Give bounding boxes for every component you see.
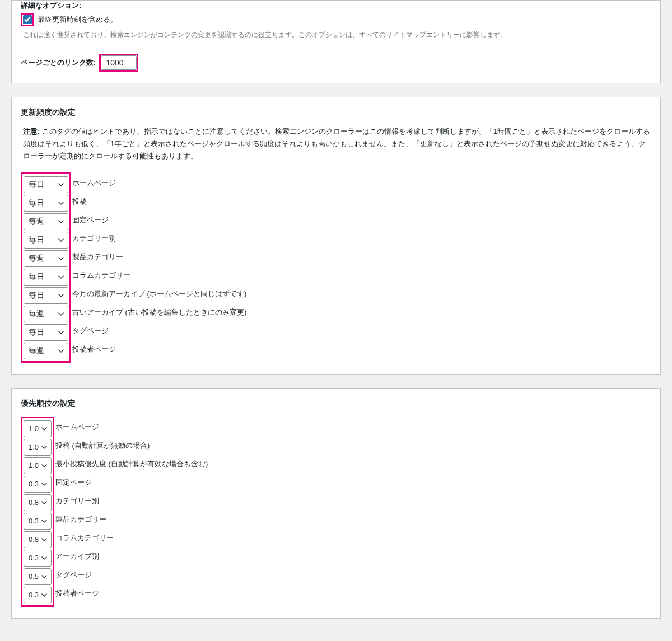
priority-select-6[interactable]: 0.8 [24,531,52,548]
frequency-select-value: 毎週 [29,254,44,264]
frequency-select-5[interactable]: 毎日 [24,269,68,286]
frequency-row-label: 古いアーカイブ (古い投稿を編集したときにのみ変更) [72,307,246,317]
frequency-select-value: 毎日 [29,235,44,245]
frequency-row-label: 投稿 [72,196,87,207]
priority-select-0[interactable]: 1.0 [24,420,52,437]
frequency-select-1[interactable]: 毎日 [24,195,68,212]
frequency-select-4[interactable]: 毎週 [24,250,68,267]
priority-select-value: 0.8 [29,535,39,544]
priority-select-value: 0.3 [29,591,39,599]
priority-select-2[interactable]: 1.0 [24,457,52,474]
highlight-box-priority: 1.01.01.00.30.80.30.80.30.50.3 [21,417,54,607]
frequency-row-label: 今月の最新アーカイブ (ホームページと同じはずです) [72,289,246,299]
frequency-row-label: 固定ページ [72,215,109,225]
priority-select-5[interactable]: 0.3 [24,513,52,530]
highlight-box-checkbox [21,13,34,26]
include-lastmod-checkbox[interactable] [23,15,32,24]
links-per-page-label: ページごとのリンク数: [21,58,96,68]
priority-row-label: 投稿者ページ [55,588,99,598]
chevron-down-icon [58,348,64,354]
chevron-down-icon [58,255,64,262]
frequency-row-label: 投稿者ページ [72,344,116,354]
chevron-down-icon [58,292,64,299]
priority-select-value: 0.5 [29,572,39,581]
priority-row-label: ホームページ [55,422,99,432]
links-per-page-row: ページごとのリンク数: [21,54,651,72]
chevron-down-icon [41,499,48,506]
chevron-down-icon [41,518,48,525]
chevron-down-icon [58,237,64,244]
priority-select-value: 0.3 [29,554,39,562]
frequency-row-label: 製品カテゴリー [72,252,123,262]
priority-row-label: タグページ [55,570,92,580]
frequency-select-8[interactable]: 毎日 [24,324,68,341]
priority-select-4[interactable]: 0.8 [24,494,52,511]
chevron-down-icon [58,181,64,188]
frequency-row-label: ホームページ [72,178,116,188]
include-lastmod-desc: これは強く推奨されており、検索エンジンがコンテンツの変更を認識するのに役立ちます… [23,30,651,40]
priority-panel: 優先順位の設定 1.01.01.00.30.80.30.80.30.50.3 ホ… [11,388,661,619]
advanced-options-panel: 詳細なオプション: 最終更新時刻を含める。 これは強く推奨されており、検索エンジ… [11,0,661,83]
chevron-down-icon [58,274,64,280]
priority-row-label: 最小投稿優先度 (自動計算が有効な場合も含む) [55,459,208,469]
frequency-note: 注意: このタグの値はヒントであり、指示ではないことに注意してください。検索エン… [21,125,651,162]
include-lastmod-row: 最終更新時刻を含める。 [21,14,651,26]
frequency-select-value: 毎日 [29,180,44,190]
frequency-note-label: 注意: [23,127,40,135]
priority-select-value: 1.0 [29,424,39,433]
priority-title: 優先順位の設定 [21,399,651,409]
frequency-select-6[interactable]: 毎日 [24,287,68,304]
chevron-down-icon [41,555,48,562]
chevron-down-icon [41,481,48,488]
priority-row-label: コラムカテゴリー [55,533,114,543]
chevron-down-icon [58,311,64,317]
priority-select-3[interactable]: 0.3 [24,476,52,493]
chevron-down-icon [58,200,64,207]
priority-select-9[interactable]: 0.3 [24,587,52,603]
frequency-row-label: コラムカテゴリー [72,270,130,280]
priority-select-1[interactable]: 1.0 [24,439,52,456]
frequency-select-value: 毎日 [29,291,44,301]
frequency-select-value: 毎週 [29,217,44,227]
chevron-down-icon [41,444,48,451]
priority-select-value: 0.3 [29,480,39,488]
chevron-down-icon [58,218,64,225]
frequency-row-label: タグページ [72,326,109,336]
frequency-select-7[interactable]: 毎週 [24,306,68,322]
frequency-title: 更新頻度の設定 [21,107,651,118]
priority-select-value: 0.3 [29,517,39,525]
priority-row-label: 製品カテゴリー [55,514,106,525]
chevron-down-icon [41,462,48,469]
priority-select-7[interactable]: 0.3 [24,550,52,567]
frequency-row-label: カテゴリー別 [72,233,116,244]
links-per-page-input[interactable] [101,55,137,70]
frequency-select-value: 毎日 [29,272,44,282]
highlight-box-input [99,54,138,72]
frequency-select-2[interactable]: 毎週 [24,213,68,230]
priority-row-label: 投稿 (自動計算が無効の場合) [55,441,150,451]
chevron-down-icon [41,536,48,543]
frequency-select-9[interactable]: 毎週 [24,343,68,359]
priority-select-8[interactable]: 0.5 [24,568,52,585]
chevron-down-icon [41,573,48,580]
include-lastmod-label: 最終更新時刻を含める。 [38,14,118,25]
priority-select-value: 1.0 [29,443,39,451]
chevron-down-icon [41,425,48,432]
priority-select-value: 1.0 [29,461,39,470]
frequency-note-text: このタグの値はヒントであり、指示ではないことに注意してください。検索エンジンのク… [23,127,650,160]
priority-select-value: 0.8 [29,498,39,507]
frequency-select-3[interactable]: 毎日 [24,232,68,249]
priority-row-label: カテゴリー別 [55,496,99,506]
highlight-box-frequency: 毎日毎日毎週毎日毎週毎日毎日毎週毎日毎週 [21,172,71,363]
chevron-down-icon [41,592,48,598]
frequency-select-0[interactable]: 毎日 [24,176,68,193]
frequency-select-value: 毎日 [29,198,44,208]
advanced-options-title: 詳細なオプション: [21,1,651,11]
frequency-panel: 更新頻度の設定 注意: このタグの値はヒントであり、指示ではないことに注意してく… [11,97,661,375]
priority-row-label: 固定ページ [55,478,92,488]
frequency-select-value: 毎日 [29,327,44,338]
frequency-select-value: 毎週 [29,309,44,319]
chevron-down-icon [58,329,64,336]
priority-row-label: アーカイブ別 [55,551,99,562]
frequency-select-value: 毎週 [29,346,44,356]
